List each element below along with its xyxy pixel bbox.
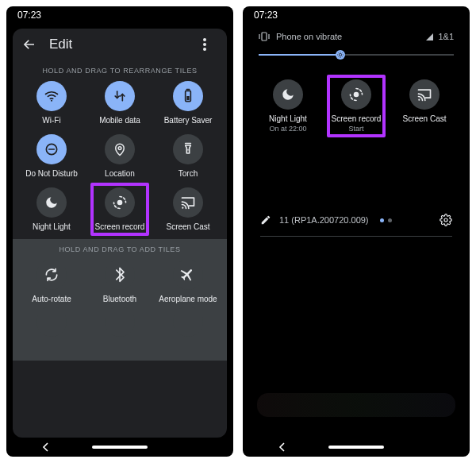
- page-title: Edit: [49, 37, 190, 52]
- carrier-label: 1&1: [438, 32, 454, 41]
- brightness-thumb-icon[interactable]: [336, 50, 345, 60]
- nav-bar: [243, 438, 470, 457]
- tile-label: Night Light: [269, 114, 307, 123]
- cast-icon[interactable]: [173, 187, 203, 218]
- settings-gear-icon[interactable]: [440, 214, 452, 226]
- quick-settings-screen: 07:23 Phone on vibrate 1&1 Night: [243, 6, 470, 457]
- tile-label: Aeroplane mode: [159, 295, 217, 303]
- add-tiles-grid: Auto-rotateBluetoothAeroplane mode: [13, 257, 227, 311]
- svg-rect-11: [262, 33, 267, 41]
- tile-partial[interactable]: [17, 307, 86, 337]
- edit-topbar: Edit: [13, 29, 227, 60]
- qs-tiles-row: Night LightOn at 22:00Screen recordStart…: [249, 67, 463, 133]
- svg-point-12: [340, 53, 342, 56]
- status-clock: 07:23: [254, 10, 278, 21]
- active-tiles-grid: Wi-FiMobile dataBattery SaverDo Not Dist…: [13, 78, 227, 239]
- status-bar: 07:23: [243, 6, 470, 24]
- svg-point-7: [118, 147, 121, 150]
- tile-label: Torch: [178, 169, 198, 178]
- status-clock: 07:23: [17, 10, 41, 21]
- svg-point-1: [203, 43, 206, 46]
- tile-night-light[interactable]: Night LightOn at 22:00: [254, 79, 322, 133]
- nav-home-pill[interactable]: [328, 446, 384, 449]
- tile-label: Auto-rotate: [32, 295, 71, 303]
- build-label: 11 (RP1A.200720.009): [279, 215, 369, 225]
- edit-tiles-screen: 07:23 Edit HOLD AND DRAG TO REARRANGE TI…: [6, 6, 233, 457]
- nav-back-icon[interactable]: [276, 442, 289, 452]
- svg-point-13: [354, 92, 359, 98]
- page-indicator: [380, 218, 392, 222]
- tile-label: Screen record: [95, 222, 145, 231]
- rotate-icon[interactable]: [36, 260, 67, 290]
- ringer-status: Phone on vibrate: [276, 32, 342, 41]
- svg-point-14: [418, 99, 420, 101]
- svg-point-3: [51, 100, 52, 102]
- svg-point-10: [182, 207, 183, 209]
- battery-icon[interactable]: [173, 81, 203, 111]
- record-icon[interactable]: [341, 79, 371, 110]
- moon-icon[interactable]: [273, 79, 303, 110]
- shade-divider: [260, 236, 452, 237]
- tile-label: Screen Cast: [166, 222, 209, 231]
- tile-battery-saver[interactable]: Battery Saver: [154, 81, 222, 125]
- tile-label: Screen record: [332, 114, 382, 123]
- torch-icon[interactable]: [173, 134, 203, 164]
- svg-point-8: [187, 149, 189, 151]
- svg-rect-5: [186, 96, 189, 100]
- tile-sublabel: Start: [348, 125, 363, 133]
- back-icon[interactable]: [22, 37, 36, 52]
- status-bar: 07:23: [6, 6, 233, 24]
- nav-home-pill[interactable]: [92, 446, 148, 449]
- tile-aeroplane[interactable]: Aeroplane mode: [154, 260, 222, 303]
- tile-screen-record[interactable]: Screen record: [86, 187, 154, 231]
- shade-footer: 11 (RP1A.200720.009): [249, 204, 463, 233]
- tile-mobile-data[interactable]: Mobile data: [86, 81, 154, 125]
- tile-label: Screen Cast: [402, 114, 446, 123]
- tile-sublabel: On at 22:00: [269, 125, 306, 133]
- shade-header: Phone on vibrate 1&1: [249, 27, 463, 49]
- tile-screen-record[interactable]: Screen recordStart: [322, 79, 390, 133]
- tile-torch[interactable]: Torch: [154, 134, 222, 178]
- signal-icon: [426, 33, 433, 41]
- tile-dnd[interactable]: Do Not Disturb: [17, 134, 86, 178]
- moon-icon[interactable]: [36, 187, 67, 218]
- rearrange-hint: HOLD AND DRAG TO REARRANGE TILES: [13, 60, 227, 78]
- dnd-icon[interactable]: [36, 134, 67, 164]
- tile-wifi[interactable]: Wi-Fi: [17, 81, 86, 125]
- svg-point-15: [444, 218, 447, 222]
- tile-label: Do Not Disturb: [25, 169, 78, 178]
- svg-point-2: [203, 48, 206, 51]
- location-icon[interactable]: [105, 134, 135, 164]
- svg-point-0: [203, 38, 206, 41]
- vibrate-icon: [259, 32, 270, 41]
- tile-night-light[interactable]: Night Light: [17, 187, 86, 231]
- tile-label: Bluetooth: [103, 295, 136, 303]
- nav-bar: [6, 438, 233, 457]
- tile-auto-rotate[interactable]: Auto-rotate: [17, 260, 86, 303]
- edit-panel: Edit HOLD AND DRAG TO REARRANGE TILES Wi…: [13, 29, 227, 438]
- overflow-menu-icon[interactable]: [203, 38, 217, 51]
- wifi-icon[interactable]: [36, 81, 67, 111]
- tile-screen-cast[interactable]: Screen Cast: [390, 79, 459, 133]
- search-pill-background: [257, 393, 455, 417]
- svg-point-9: [117, 200, 123, 206]
- tile-label: Location: [105, 169, 135, 178]
- tile-partial[interactable]: [154, 307, 222, 337]
- cast-icon[interactable]: [409, 79, 440, 110]
- tile-label: Wi-Fi: [42, 116, 60, 125]
- qs-shade: Phone on vibrate 1&1 Night LightOn at 22…: [249, 27, 463, 438]
- tile-bluetooth[interactable]: Bluetooth: [86, 260, 154, 303]
- tile-label: Night Light: [33, 222, 71, 231]
- edit-pencil-icon[interactable]: [260, 214, 271, 226]
- bluetooth-icon[interactable]: [105, 260, 135, 290]
- swap-icon[interactable]: [105, 81, 135, 111]
- record-icon[interactable]: [105, 187, 135, 218]
- tile-partial[interactable]: [86, 307, 154, 337]
- tile-label: Mobile data: [99, 116, 140, 125]
- tile-label: Battery Saver: [164, 116, 213, 125]
- brightness-slider[interactable]: [259, 49, 454, 60]
- airplane-icon[interactable]: [173, 260, 203, 290]
- tile-screen-cast[interactable]: Screen Cast: [154, 187, 222, 231]
- tile-location[interactable]: Location: [86, 134, 154, 178]
- nav-back-icon[interactable]: [40, 442, 52, 452]
